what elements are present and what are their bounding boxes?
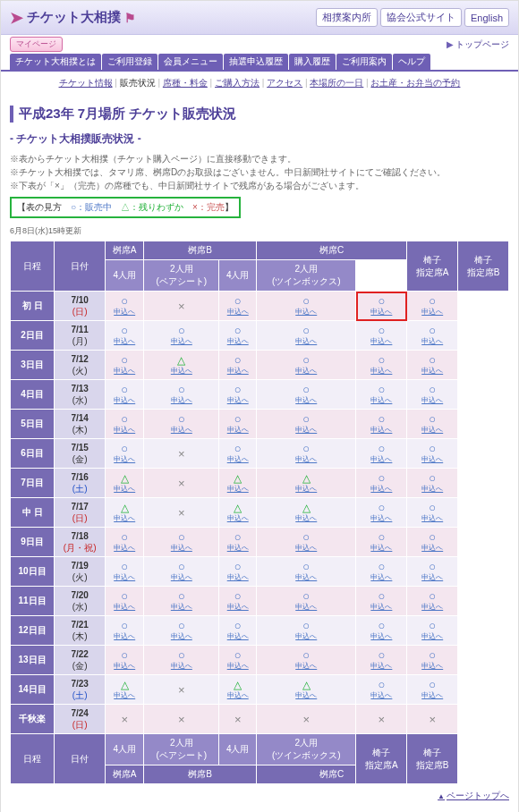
apply-link[interactable]: 申込へ — [358, 543, 404, 553]
status-cell[interactable]: ○申込へ — [219, 351, 257, 380]
apply-link[interactable]: 申込へ — [358, 602, 404, 612]
apply-link[interactable]: 申込へ — [259, 425, 353, 435]
status-cell[interactable]: ○申込へ — [356, 439, 407, 469]
logo[interactable]: ➤チケット大相撲⚑ — [10, 8, 136, 28]
status-cell[interactable]: ○申込へ — [407, 557, 458, 587]
apply-link[interactable]: 申込へ — [107, 484, 141, 494]
status-cell[interactable]: ○申込へ — [407, 675, 458, 705]
apply-link[interactable]: 申込へ — [146, 425, 217, 435]
status-cell[interactable]: ○申込へ — [257, 439, 356, 469]
apply-link[interactable]: 申込へ — [107, 631, 141, 641]
apply-link[interactable]: 申込へ — [358, 454, 404, 464]
official-site-button[interactable]: 協会公式サイト — [380, 8, 462, 27]
apply-link[interactable]: 申込へ — [358, 366, 404, 376]
status-cell[interactable]: ○申込へ — [106, 616, 144, 646]
status-cell[interactable]: ○申込へ — [356, 321, 407, 351]
status-cell[interactable]: △申込へ — [257, 469, 356, 498]
apply-link[interactable]: 申込へ — [358, 690, 404, 700]
status-cell[interactable]: ○申込へ — [106, 410, 144, 439]
status-cell[interactable]: ○申込へ — [407, 469, 458, 498]
apply-link[interactable]: 申込へ — [146, 366, 217, 376]
apply-link[interactable]: 申込へ — [358, 661, 404, 671]
status-cell[interactable]: ○申込へ — [106, 528, 144, 557]
apply-link[interactable]: 申込へ — [107, 572, 141, 582]
status-cell[interactable]: ○申込へ — [257, 587, 356, 616]
status-cell[interactable]: ○申込へ — [257, 528, 356, 557]
status-cell[interactable]: ○申込へ — [219, 587, 257, 616]
status-cell[interactable]: ○申込へ — [257, 321, 356, 351]
apply-link[interactable]: 申込へ — [409, 543, 455, 553]
status-cell[interactable]: ○申込へ — [106, 587, 144, 616]
apply-link[interactable]: 申込へ — [409, 690, 455, 700]
status-cell[interactable]: ○申込へ — [407, 616, 458, 646]
apply-link[interactable]: 申込へ — [409, 336, 455, 346]
tab-2[interactable]: 会員メニュー — [158, 54, 223, 70]
status-cell[interactable]: ○申込へ — [407, 321, 458, 351]
status-cell[interactable]: ○申込へ — [144, 616, 219, 646]
apply-link[interactable]: 申込へ — [221, 602, 254, 612]
apply-link[interactable]: 申込へ — [107, 366, 141, 376]
tab-4[interactable]: 購入履歴 — [289, 54, 336, 70]
apply-link[interactable]: 申込へ — [259, 484, 353, 494]
nav-4[interactable]: アクセス — [267, 78, 302, 88]
apply-link[interactable]: 申込へ — [107, 513, 141, 523]
status-cell[interactable]: △申込へ — [257, 675, 356, 705]
status-cell[interactable]: ○申込へ — [106, 321, 144, 351]
status-cell[interactable]: ○申込へ — [144, 410, 219, 439]
status-cell[interactable]: ○申込へ — [407, 410, 458, 439]
status-cell[interactable]: ○申込へ — [219, 646, 257, 675]
apply-link[interactable]: 申込へ — [409, 602, 455, 612]
apply-link[interactable]: 申込へ — [358, 484, 404, 494]
tab-5[interactable]: ご利用案内 — [336, 54, 392, 70]
mypage-button[interactable]: マイページ — [10, 37, 63, 52]
status-cell[interactable]: ○申込へ — [407, 292, 458, 321]
apply-link[interactable]: 申込へ — [221, 631, 254, 641]
apply-link[interactable]: 申込へ — [221, 513, 254, 523]
apply-link[interactable]: 申込へ — [259, 631, 353, 641]
status-cell[interactable]: ○申込へ — [106, 439, 144, 469]
apply-link[interactable]: 申込へ — [259, 572, 353, 582]
status-cell[interactable]: ○申込へ — [144, 380, 219, 410]
apply-link[interactable]: 申込へ — [409, 366, 455, 376]
apply-link[interactable]: 申込へ — [409, 631, 455, 641]
apply-link[interactable]: 申込へ — [107, 307, 141, 317]
apply-link[interactable]: 申込へ — [358, 395, 404, 405]
status-cell[interactable]: ○申込へ — [257, 616, 356, 646]
apply-link[interactable]: 申込へ — [146, 395, 217, 405]
status-cell[interactable]: ○申込へ — [407, 587, 458, 616]
apply-link[interactable]: 申込へ — [259, 307, 353, 317]
pagetop-link[interactable]: ページトップへ — [438, 791, 509, 800]
status-cell[interactable]: ○申込へ — [356, 557, 407, 587]
status-cell[interactable]: △申込へ — [106, 675, 144, 705]
status-cell[interactable]: △申込へ — [219, 469, 257, 498]
apply-link[interactable]: 申込へ — [107, 336, 141, 346]
status-cell[interactable]: △申込へ — [219, 675, 257, 705]
status-cell[interactable]: ○申込へ — [356, 469, 407, 498]
apply-link[interactable]: 申込へ — [221, 543, 254, 553]
apply-link[interactable]: 申込へ — [107, 395, 141, 405]
status-cell[interactable]: △申込へ — [219, 498, 257, 528]
status-cell[interactable]: △申込へ — [106, 469, 144, 498]
apply-link[interactable]: 申込へ — [409, 661, 455, 671]
tab-6[interactable]: ヘルプ — [393, 54, 430, 70]
status-cell[interactable]: ○申込へ — [257, 557, 356, 587]
apply-link[interactable]: 申込へ — [358, 513, 404, 523]
tab-1[interactable]: ご利用登録 — [102, 54, 157, 70]
status-cell[interactable]: ○申込へ — [219, 528, 257, 557]
status-cell[interactable]: ○申込へ — [356, 587, 407, 616]
nav-0[interactable]: チケット情報 — [59, 78, 113, 88]
apply-link[interactable]: 申込へ — [259, 690, 353, 700]
status-cell[interactable]: ○申込へ — [407, 498, 458, 528]
status-cell[interactable]: ○申込へ — [407, 439, 458, 469]
apply-link[interactable]: 申込へ — [146, 661, 217, 671]
apply-link[interactable]: 申込へ — [259, 602, 353, 612]
apply-link[interactable]: 申込へ — [409, 484, 455, 494]
apply-link[interactable]: 申込へ — [409, 307, 455, 317]
apply-link[interactable]: 申込へ — [358, 336, 404, 346]
status-cell[interactable]: ○申込へ — [144, 321, 219, 351]
apply-link[interactable]: 申込へ — [107, 543, 141, 553]
status-cell[interactable]: ○申込へ — [144, 646, 219, 675]
apply-link[interactable]: 申込へ — [358, 307, 404, 317]
apply-link[interactable]: 申込へ — [221, 395, 254, 405]
apply-link[interactable]: 申込へ — [221, 661, 254, 671]
